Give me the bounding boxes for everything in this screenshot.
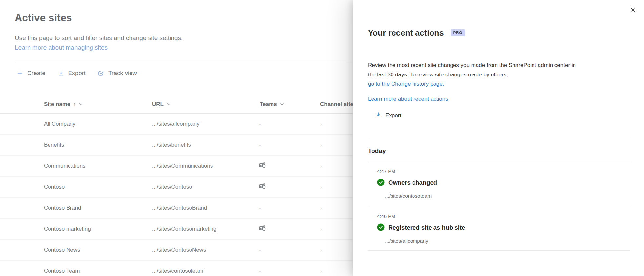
column-header-url[interactable]: URL bbox=[152, 101, 171, 108]
pro-badge: PRO bbox=[451, 29, 466, 36]
action-site-url: .../sites/contosoteam bbox=[385, 193, 626, 199]
export-button-label: Export bbox=[68, 70, 86, 77]
download-icon bbox=[58, 70, 64, 76]
chevron-down-icon bbox=[167, 103, 171, 106]
teams-icon bbox=[259, 183, 266, 191]
action-timestamp: 4:47 PM bbox=[377, 168, 626, 174]
learn-more-recent-actions-link[interactable]: Learn more about recent actions bbox=[368, 95, 448, 104]
plus-icon bbox=[17, 70, 23, 76]
site-name-cell[interactable]: Contoso News bbox=[44, 247, 80, 253]
channel-sites-cell: - bbox=[321, 142, 323, 148]
site-name-cell[interactable]: Contoso marketing bbox=[44, 226, 91, 232]
panel-divider bbox=[368, 162, 630, 162]
learn-more-managing-sites-link[interactable]: Learn more about managing sites bbox=[15, 44, 108, 52]
site-name-cell[interactable]: Benefits bbox=[44, 142, 64, 148]
site-url-cell: .../sites/ContosoBrand bbox=[152, 205, 207, 211]
site-name-cell[interactable]: Contoso bbox=[44, 184, 65, 190]
channel-sites-cell: - bbox=[321, 163, 323, 169]
recent-action-item: 4:46 PM Registered site as hub site .../… bbox=[377, 213, 626, 244]
teams-empty-value: - bbox=[259, 268, 261, 274]
column-header-channel-sites[interactable]: Channel sites bbox=[320, 101, 356, 108]
page-description: Use this page to sort and filter sites a… bbox=[15, 34, 183, 42]
panel-title: Your recent actions bbox=[368, 28, 444, 38]
site-name-cell[interactable]: Communications bbox=[44, 163, 86, 169]
create-button-label: Create bbox=[27, 70, 46, 77]
action-title: Owners changed bbox=[388, 179, 437, 186]
track-view-button-label: Track view bbox=[108, 70, 137, 77]
column-header-teams[interactable]: Teams bbox=[260, 101, 284, 108]
panel-divider bbox=[368, 205, 630, 205]
track-view-button[interactable]: Track view bbox=[98, 70, 137, 77]
teams-empty-value: - bbox=[259, 142, 261, 148]
site-url-cell: .../sites/benefits bbox=[152, 142, 191, 148]
panel-export-label: Export bbox=[385, 112, 401, 119]
teams-empty-value: - bbox=[259, 247, 261, 253]
panel-export-button[interactable]: Export bbox=[375, 111, 401, 120]
panel-divider bbox=[368, 250, 630, 251]
site-url-cell: .../sites/ContosoNews bbox=[152, 247, 206, 253]
panel-divider bbox=[368, 138, 630, 138]
site-url-cell: .../sites/Communications bbox=[152, 163, 213, 169]
chevron-down-icon bbox=[280, 103, 284, 106]
channel-sites-cell: - bbox=[321, 226, 323, 232]
success-check-icon bbox=[377, 179, 385, 187]
teams-icon bbox=[259, 225, 266, 233]
channel-sites-cell: - bbox=[321, 268, 323, 274]
site-url-cell: .../sites/allcompany bbox=[152, 121, 200, 127]
site-url-cell: .../sites/Contosomarketing bbox=[152, 226, 217, 232]
channel-sites-cell: - bbox=[321, 205, 323, 211]
trend-chart-icon bbox=[98, 70, 104, 76]
channel-sites-cell: - bbox=[321, 184, 323, 190]
today-section-label: Today bbox=[368, 147, 386, 155]
download-icon bbox=[375, 112, 382, 120]
site-name-cell[interactable]: All Company bbox=[44, 121, 75, 127]
channel-sites-cell: - bbox=[321, 121, 323, 127]
recent-action-item: 4:47 PM Owners changed .../sites/contoso… bbox=[377, 168, 626, 199]
site-url-cell: .../sites/contosoteam bbox=[152, 268, 203, 274]
action-title: Registered site as hub site bbox=[388, 224, 465, 231]
panel-header: Your recent actions PRO bbox=[368, 28, 465, 38]
change-history-link[interactable]: go to the Change history page. bbox=[368, 79, 444, 89]
recent-actions-panel: Your recent actions PRO Review the most … bbox=[353, 0, 644, 276]
action-site-url: .../sites/allcompany bbox=[385, 238, 626, 244]
action-timestamp: 4:46 PM bbox=[377, 213, 626, 219]
column-header-site-name[interactable]: Site name ↑ bbox=[44, 101, 83, 108]
site-name-cell[interactable]: Contoso Brand bbox=[44, 205, 81, 211]
chevron-down-icon bbox=[79, 103, 83, 106]
teams-empty-value: - bbox=[259, 121, 261, 127]
sort-ascending-icon: ↑ bbox=[73, 101, 76, 107]
teams-empty-value: - bbox=[259, 205, 261, 211]
channel-sites-cell: - bbox=[321, 247, 323, 253]
page-title: Active sites bbox=[15, 12, 72, 24]
export-button[interactable]: Export bbox=[58, 70, 86, 77]
site-url-cell: .../sites/Contoso bbox=[152, 184, 192, 190]
site-name-cell[interactable]: Contoso Team bbox=[44, 268, 80, 274]
close-icon[interactable] bbox=[630, 7, 636, 13]
panel-description: Review the most recent site changes you … bbox=[368, 61, 627, 79]
success-check-icon bbox=[377, 223, 385, 232]
teams-icon bbox=[259, 162, 266, 170]
create-button[interactable]: Create bbox=[17, 70, 46, 77]
